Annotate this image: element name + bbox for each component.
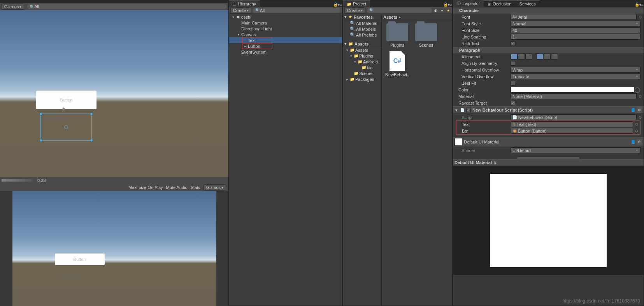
help-icon[interactable]: 📘 <box>630 108 635 112</box>
tag-icon[interactable]: ● <box>440 8 444 13</box>
create-dropdown[interactable]: Create▾ <box>344 7 365 14</box>
btn-ref-field[interactable]: ◉ Button (Button) <box>511 128 633 134</box>
best-fit-checkbox[interactable] <box>511 81 515 86</box>
hierarchy-tree[interactable]: ▾⬢ceshiMain CameraDirectional Light▾Canv… <box>229 14 342 306</box>
zoom-slider[interactable] <box>2 179 33 182</box>
top-strip <box>0 0 228 3</box>
folder-icon: 📁 <box>358 59 362 64</box>
mute-toggle[interactable]: Mute Audio <box>166 185 188 190</box>
favorites-header[interactable]: ▾★Favorites <box>343 14 381 20</box>
gear-icon[interactable]: ⚙ <box>637 139 642 145</box>
text-ref-field[interactable]: T Text (Text) <box>511 121 633 127</box>
shader-dropdown[interactable]: UI/Default <box>511 147 640 153</box>
handle-bl[interactable] <box>39 139 42 142</box>
game-view[interactable]: Button New Text <box>0 191 228 306</box>
tab-project[interactable]: 📁Project <box>343 0 370 7</box>
folder-icon: 📁 <box>354 54 358 58</box>
favorite-icon[interactable]: ★ <box>446 8 451 13</box>
align-right[interactable] <box>525 54 532 59</box>
color-field[interactable] <box>511 87 634 93</box>
hierarchy-item-eventsystem[interactable]: EventSystem <box>229 49 342 55</box>
handle-tr[interactable] <box>90 112 93 115</box>
stats-toggle[interactable]: Stats <box>191 185 200 190</box>
align-geom-checkbox[interactable] <box>511 61 515 66</box>
font-size-input[interactable]: 40 <box>511 27 640 33</box>
item-label: Button <box>248 44 260 49</box>
project-tree-scenes[interactable]: 📁Scenes <box>343 70 381 76</box>
hierarchy-item-directional-light[interactable]: Directional Light <box>229 26 342 31</box>
assets-header[interactable]: ▾📁Assets <box>343 41 381 47</box>
align-left[interactable] <box>511 54 518 59</box>
search-filter-icon: 🔍 <box>350 32 355 37</box>
tab-hierarchy[interactable]: ☰Hierarchy <box>229 0 260 7</box>
lock-icon[interactable]: 🔒 <box>635 2 639 7</box>
hierarchy-item-button[interactable]: ▸Button <box>229 43 342 49</box>
breadcrumb[interactable]: Assets▸ <box>382 14 452 20</box>
project-grid[interactable]: PluginsScenesC#NewBehavi.. <box>382 20 452 306</box>
create-dropdown[interactable]: Create▾ <box>230 7 251 14</box>
hierarchy-item-main-camera[interactable]: Main Camera <box>229 20 342 26</box>
tab-inspector[interactable]: ⓘInspector <box>453 0 484 7</box>
maximize-toggle[interactable]: Maximize On Play <box>128 185 163 190</box>
scene-info-bar: 0.38 <box>0 177 228 184</box>
lock-icon[interactable]: 🔒 <box>333 2 338 7</box>
favorite-all-material[interactable]: 🔍All Material <box>343 20 381 26</box>
hierarchy-search[interactable]: 🔍All <box>253 8 340 13</box>
align-top[interactable] <box>536 54 543 59</box>
prop-best-fit: Best Fit <box>453 80 644 86</box>
search-icon: 🔍 <box>30 5 34 9</box>
favorite-all-prefabs[interactable]: 🔍All Prefabs <box>343 32 381 38</box>
project-tree-packages[interactable]: ▸📁Packages <box>343 76 381 82</box>
align-bottom[interactable] <box>551 54 558 59</box>
script-component-header[interactable]: ▾📄 New Behaviour Script (Script) 📘 ⚙ <box>453 106 644 114</box>
project-item-plugins[interactable]: Plugins <box>385 23 410 47</box>
game-gizmos-dropdown[interactable]: Gizmos▾ <box>204 184 226 191</box>
prop-h-overflow: Horizontal OverflowWrap <box>453 66 644 73</box>
hierarchy-item-ceshi[interactable]: ▾⬢ceshi <box>229 14 342 20</box>
component-enabled-checkbox[interactable] <box>466 108 471 112</box>
project-panel: 📁Project 🔒 ▾≡ Create▾ 🔍 ◐ ● ★ ▾★Favorite… <box>342 0 453 306</box>
project-tree-assets[interactable]: ▾📁Assets <box>343 47 381 53</box>
handle-br[interactable] <box>90 139 93 142</box>
h-overflow-dropdown[interactable]: Wrap <box>511 67 640 73</box>
lock-icon[interactable]: 🔒 <box>443 2 448 7</box>
project-tree[interactable]: ▾★Favorites 🔍All Material🔍All Models🔍All… <box>343 14 382 306</box>
align-center[interactable] <box>518 54 525 59</box>
project-tree-bin[interactable]: 📁bin <box>343 65 381 70</box>
project-item-scenes[interactable]: Scenes <box>414 23 439 47</box>
favorite-all-models[interactable]: 🔍All Models <box>343 26 381 32</box>
panel-menu-icon[interactable]: ▾≡ <box>338 3 342 7</box>
line-spacing-input[interactable]: 1 <box>511 34 640 40</box>
v-overflow-dropdown[interactable]: Truncate <box>511 73 640 79</box>
project-search[interactable]: 🔍 <box>367 8 432 13</box>
project-tree-plugins[interactable]: ▾📁Plugins <box>343 53 381 59</box>
rich-text-checkbox[interactable] <box>511 41 515 46</box>
align-middle[interactable] <box>544 54 551 59</box>
item-label: Canvas <box>241 32 256 37</box>
pivot-icon[interactable] <box>64 125 68 129</box>
scene-search[interactable]: 🔍All <box>27 4 227 9</box>
material-header[interactable]: Default UI Material 📘 ⚙ <box>453 137 644 147</box>
raycast-checkbox[interactable] <box>511 101 515 105</box>
filter-icon[interactable]: ◐ <box>433 8 438 13</box>
transform-gizmo-icon[interactable]: ✦ <box>61 106 66 112</box>
panel-menu-icon[interactable]: ▾≡ <box>639 3 644 7</box>
project-tree-android[interactable]: ▾📁Android <box>343 59 381 65</box>
gizmos-dropdown[interactable]: Gizmos▾ <box>2 3 24 10</box>
hierarchy-item-text[interactable]: Text <box>229 37 342 43</box>
h-align-buttons <box>511 54 532 59</box>
material-field[interactable]: None (Material) <box>511 93 637 99</box>
font-style-dropdown[interactable]: Normal <box>511 21 640 26</box>
tab-occlusion[interactable]: ▣Occlusion <box>484 0 515 7</box>
panel-menu-icon[interactable]: ▾≡ <box>448 3 452 7</box>
hierarchy-item-canvas[interactable]: ▾Canvas <box>229 31 342 37</box>
game-toolbar: Maximize On Play Mute Audio Stats Gizmos… <box>0 184 228 191</box>
project-item-newbehavi[interactable]: C#NewBehavi.. <box>385 51 410 77</box>
material-preview-header[interactable]: Default UI Material⇅ <box>453 159 644 166</box>
tab-services[interactable]: Services <box>516 0 540 7</box>
help-icon[interactable]: 📘 <box>630 140 635 144</box>
font-field[interactable]: Aa Arial <box>511 14 637 20</box>
scene-view[interactable]: Button ✦ New Text <box>0 10 228 177</box>
folder-icon: 📁 <box>347 2 351 6</box>
gear-icon[interactable]: ⚙ <box>637 107 642 113</box>
